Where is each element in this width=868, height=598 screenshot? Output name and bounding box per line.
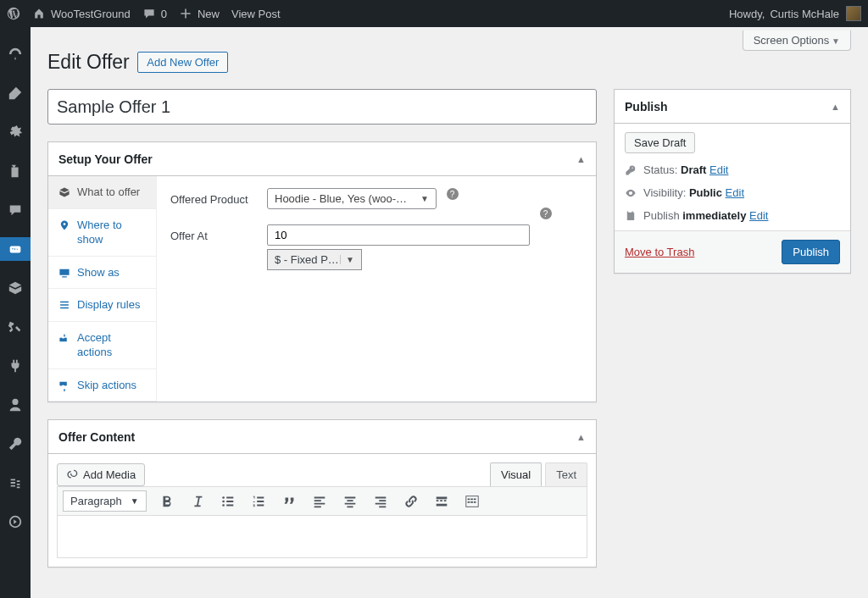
italic-button[interactable]: [187, 491, 208, 512]
visibility-row: Visibility: Public Edit: [625, 186, 840, 199]
setup-offer-heading: Setup Your Offer: [58, 152, 153, 166]
offer-at-input[interactable]: [267, 224, 530, 246]
tab-visual[interactable]: Visual: [490, 462, 542, 486]
edit-status-link[interactable]: Edit: [709, 163, 728, 176]
number-list-button[interactable]: [248, 491, 269, 512]
bold-button[interactable]: [157, 491, 177, 512]
status-row: Status: Draft Edit: [625, 163, 840, 176]
setup-offer-box: Setup Your Offer ▲ What to offer Where t…: [47, 141, 597, 402]
setup-tabs: What to offer Where to show Show as Disp…: [48, 176, 157, 401]
tab-what-to-offer[interactable]: What to offer: [48, 176, 156, 209]
tab-accept-actions[interactable]: Accept actions: [48, 322, 156, 369]
tab-text[interactable]: Text: [545, 462, 587, 486]
add-new-offer-button[interactable]: Add New Offer: [137, 52, 228, 73]
eye-icon: [625, 187, 637, 199]
help-icon[interactable]: ?: [447, 188, 459, 200]
site-name[interactable]: WooTestGround: [32, 7, 131, 20]
menu-appearance[interactable]: [0, 315, 31, 339]
wp-logo[interactable]: [7, 7, 20, 20]
avatar[interactable]: [846, 6, 861, 21]
paragraph-select[interactable]: Paragraph▼: [63, 490, 147, 512]
user-name: Curtis McHale: [770, 8, 839, 20]
readmore-button[interactable]: [431, 491, 452, 512]
menu-collapse[interactable]: [0, 510, 31, 534]
visibility-value: Public: [689, 186, 722, 199]
align-left-button[interactable]: [309, 491, 330, 512]
align-center-button[interactable]: [340, 491, 360, 512]
offer-content-heading: Offer Content: [58, 430, 135, 444]
menu-dashboard[interactable]: [0, 42, 31, 66]
new-content[interactable]: New: [179, 7, 220, 20]
add-media-button[interactable]: Add Media: [57, 463, 145, 486]
new-label: New: [198, 8, 220, 20]
menu-plugins[interactable]: [0, 354, 31, 378]
menu-tools[interactable]: [0, 432, 31, 456]
offered-product-label: Offered Product: [170, 188, 255, 206]
collapse-icon[interactable]: ▲: [831, 102, 840, 112]
tab-skip-actions[interactable]: Skip actions: [48, 369, 156, 402]
admin-bar: WooTestGround 0 New View Post Howdy, Cur…: [0, 0, 868, 27]
publish-box: Publish ▲ Save Draft Status: Draft Edit …: [614, 89, 851, 274]
editor-toolbar: Paragraph▼: [57, 486, 587, 516]
offered-product-select[interactable]: Hoodie - Blue, Yes (woo-… ▼: [267, 188, 437, 209]
site-name-text: WooTestGround: [51, 8, 131, 20]
collapse-icon[interactable]: ▲: [576, 154, 586, 164]
chevron-down-icon: ▼: [340, 255, 354, 264]
howdy-prefix: Howdy,: [729, 8, 765, 20]
menu-woocommerce[interactable]: [0, 237, 31, 261]
publish-time-value: immediately: [682, 209, 746, 222]
save-draft-button[interactable]: Save Draft: [625, 132, 695, 153]
menu-products[interactable]: [0, 276, 31, 300]
post-title-input[interactable]: [47, 89, 597, 125]
menu-media[interactable]: [0, 120, 31, 144]
tab-where-to-show[interactable]: Where to show: [48, 209, 156, 257]
view-post[interactable]: View Post: [231, 8, 281, 20]
comments-count: 0: [161, 8, 167, 20]
offer-content-box: Offer Content ▲ Add Media Visual Text: [47, 419, 597, 568]
edit-publish-time-link[interactable]: Edit: [749, 209, 768, 222]
collapse-icon[interactable]: ▲: [576, 432, 586, 442]
key-icon: [625, 164, 637, 176]
publish-button[interactable]: Publish: [782, 240, 840, 264]
edit-visibility-link[interactable]: Edit: [726, 186, 744, 199]
content-wrap: Screen Options Edit Offer Add New Offer …: [31, 27, 868, 598]
my-account[interactable]: Howdy, Curtis McHale: [729, 8, 839, 20]
publish-heading: Publish: [625, 100, 668, 114]
blockquote-button[interactable]: [279, 491, 299, 512]
chevron-down-icon: ▼: [420, 194, 429, 203]
screen-options-toggle[interactable]: Screen Options: [743, 30, 851, 51]
screen-options: Screen Options: [743, 30, 851, 51]
menu-settings[interactable]: [0, 471, 31, 495]
svg-point-2: [222, 496, 225, 499]
status-value: Draft: [681, 163, 706, 176]
menu-posts[interactable]: [0, 81, 31, 105]
align-right-button[interactable]: [370, 491, 391, 512]
move-to-trash-link[interactable]: Move to Trash: [625, 246, 694, 258]
offered-product-value: Hoodie - Blue, Yes (woo-…: [275, 192, 407, 205]
tab-show-as[interactable]: Show as: [48, 257, 156, 290]
offer-at-mode-select[interactable]: $ - Fixed Price ▼: [267, 249, 362, 270]
calendar-icon: [625, 210, 637, 222]
offer-at-label: Offer At: [170, 224, 255, 242]
menu-users[interactable]: [0, 393, 31, 417]
help-icon[interactable]: ?: [540, 208, 552, 219]
svg-point-3: [222, 501, 225, 503]
offer-at-mode-value: $ - Fixed Price: [275, 253, 340, 266]
admin-menu: [0, 27, 31, 598]
tab-display-rules[interactable]: Display rules: [48, 289, 156, 322]
comments-link[interactable]: 0: [142, 7, 167, 20]
editor-canvas[interactable]: [57, 516, 587, 558]
setup-panel: Offered Product Hoodie - Blue, Yes (woo-…: [157, 176, 596, 401]
link-button[interactable]: [401, 491, 421, 512]
bullet-list-button[interactable]: [218, 491, 238, 512]
menu-pages[interactable]: [0, 159, 31, 183]
toolbar-toggle-button[interactable]: [462, 491, 482, 512]
svg-point-4: [222, 504, 225, 507]
publish-time-row: Publish immediately Edit: [625, 209, 840, 222]
menu-comments[interactable]: [0, 198, 31, 222]
page-title: Edit Offer: [47, 51, 130, 74]
